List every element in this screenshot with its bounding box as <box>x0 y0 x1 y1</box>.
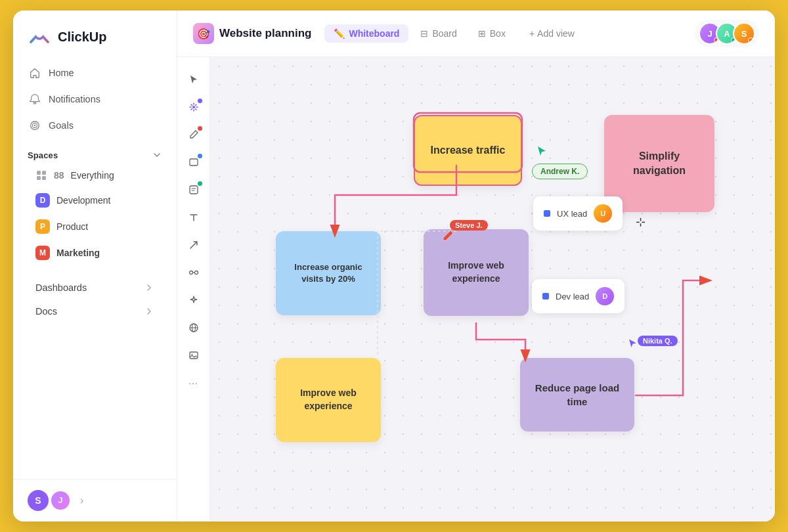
collapse-sections: Dashboards Docs <box>13 269 177 330</box>
tool-arrow[interactable] <box>182 233 206 257</box>
topbar-avatar-3: S <box>733 22 755 45</box>
goals-icon <box>29 120 41 131</box>
sticky-increase-organic[interactable]: Increase organic visits by 20% <box>276 231 381 315</box>
sidebar-item-marketing[interactable]: M Marketing <box>28 240 162 265</box>
sticky-increase-traffic[interactable]: Increase traffic <box>414 115 522 186</box>
goals-label: Goals <box>49 120 74 131</box>
spaces-list: 88 Everything D Development P Product M … <box>28 164 162 265</box>
svg-point-11 <box>194 271 198 275</box>
tool-globe[interactable] <box>182 316 206 340</box>
left-toolbar: ··· <box>177 57 210 521</box>
select-icon <box>188 74 199 85</box>
more-dots-icon: ··· <box>188 378 198 388</box>
tool-sparkle[interactable] <box>182 288 206 312</box>
svg-point-2 <box>34 125 36 127</box>
whiteboard-tab-icon: ✏️ <box>334 28 345 39</box>
sidebar-item-goals[interactable]: Goals <box>21 113 169 138</box>
ux-lead-text: UX lead <box>557 209 587 219</box>
ux-lead-dot <box>544 210 550 217</box>
svg-point-15 <box>191 354 192 355</box>
dev-lead-text: Dev lead <box>556 292 589 301</box>
tool-rect[interactable] <box>182 150 206 174</box>
tool-pen[interactable] <box>182 123 206 146</box>
sidebar-item-notifications[interactable]: Notifications <box>21 87 169 112</box>
tool-more[interactable]: ··· <box>182 371 206 395</box>
marketing-dot: M <box>35 246 50 260</box>
sidebar-item-docs[interactable]: Docs <box>28 299 162 323</box>
marketing-label: Marketing <box>56 248 100 258</box>
cursor-nikita-icon <box>628 338 638 349</box>
dev-lead-dot <box>542 293 549 299</box>
cursor-nikita-text: Nikita Q. <box>643 337 672 345</box>
rect-icon <box>188 157 199 167</box>
footer-chevron-icon[interactable]: › <box>80 495 83 506</box>
sidebar-footer: S J › <box>13 479 177 521</box>
sticky-improve-web-bottom[interactable]: Improve web experience <box>276 358 381 442</box>
box-tab-label: Box <box>490 28 506 39</box>
sticky-increase-organic-text: Increase organic visits by 20% <box>286 261 370 285</box>
tool-image[interactable] <box>182 344 206 367</box>
home-icon <box>29 67 41 79</box>
text-icon <box>188 212 199 223</box>
tool-text[interactable] <box>182 206 206 229</box>
sidebar-item-development[interactable]: D Development <box>28 188 162 213</box>
sidebar-item-product[interactable]: P Product <box>28 214 162 239</box>
label-nikita: Nikita Q. <box>638 336 678 346</box>
grid-icon <box>35 169 47 181</box>
label-steve: Steve J. <box>450 220 488 231</box>
tab-box[interactable]: ⊞ Box <box>469 24 515 43</box>
card-ux-lead: UX lead U <box>533 196 623 231</box>
tool-magic[interactable] <box>182 95 206 119</box>
sidebar: ClickUp Home Notifications Goals Spaces <box>13 11 177 521</box>
sticky-reduce-load[interactable]: Reduce page load time <box>520 358 634 432</box>
everything-count: 88 <box>54 170 64 181</box>
tool-select[interactable] <box>182 68 206 91</box>
tab-board[interactable]: ⊟ Board <box>411 24 466 43</box>
ux-lead-avatar: U <box>594 204 612 223</box>
svg-rect-4 <box>42 171 46 175</box>
bell-icon <box>29 93 41 105</box>
tool-note[interactable] <box>182 178 206 202</box>
sparkle-icon <box>188 295 199 305</box>
project-title: Website planning <box>219 27 311 40</box>
sticky-improve-web-center[interactable]: Improve web experience <box>424 229 529 316</box>
svg-rect-8 <box>190 159 198 166</box>
sticky-improve-web-bottom-text: Improve web experience <box>286 387 370 412</box>
clickup-logo-icon <box>28 25 51 49</box>
magic-icon <box>188 102 199 112</box>
svg-rect-14 <box>190 352 198 359</box>
card-dev-lead: Dev lead D <box>532 279 624 313</box>
sidebar-item-dashboards[interactable]: Dashboards <box>28 276 162 299</box>
pen-icon <box>188 129 199 140</box>
magic-dot <box>198 99 202 103</box>
image-icon <box>188 350 199 361</box>
user-avatar-s: S <box>28 490 49 511</box>
chevron-down-icon <box>152 150 162 160</box>
spaces-header[interactable]: Spaces <box>28 150 162 160</box>
pen-cursor-icon <box>440 229 454 244</box>
spaces-section: Spaces 88 Everything D Development P Pro… <box>13 138 177 269</box>
svg-rect-3 <box>37 171 41 175</box>
sticky-increase-traffic-text: Increase traffic <box>431 143 506 158</box>
sidebar-item-home[interactable]: Home <box>21 60 169 85</box>
everything-label: Everything <box>71 170 114 181</box>
board-tab-label: Board <box>432 28 456 39</box>
cursor-green <box>536 145 549 158</box>
sidebar-item-everything[interactable]: 88 Everything <box>28 164 162 187</box>
canvas[interactable]: Increase traffic Improve web experience … <box>210 57 775 521</box>
box-tab-icon: ⊞ <box>478 28 486 39</box>
move-cursor-icon: ⊹ <box>636 215 646 229</box>
plus-icon: + <box>529 28 535 39</box>
connect-icon <box>188 267 199 278</box>
add-view-button[interactable]: + Add view <box>520 24 584 43</box>
tab-whiteboard[interactable]: ✏️ Whiteboard <box>324 24 408 43</box>
product-label: Product <box>56 221 88 232</box>
label-andrew-text: Andrew K. <box>540 167 579 176</box>
tool-connect[interactable] <box>182 261 206 284</box>
svg-point-10 <box>189 271 192 275</box>
sticky-simplify-nav[interactable]: Simplify navigation <box>604 115 714 212</box>
avatar-dot-3 <box>748 37 753 43</box>
svg-point-7 <box>192 106 195 108</box>
main-nav: Home Notifications Goals <box>13 60 177 138</box>
development-label: Development <box>56 195 111 206</box>
